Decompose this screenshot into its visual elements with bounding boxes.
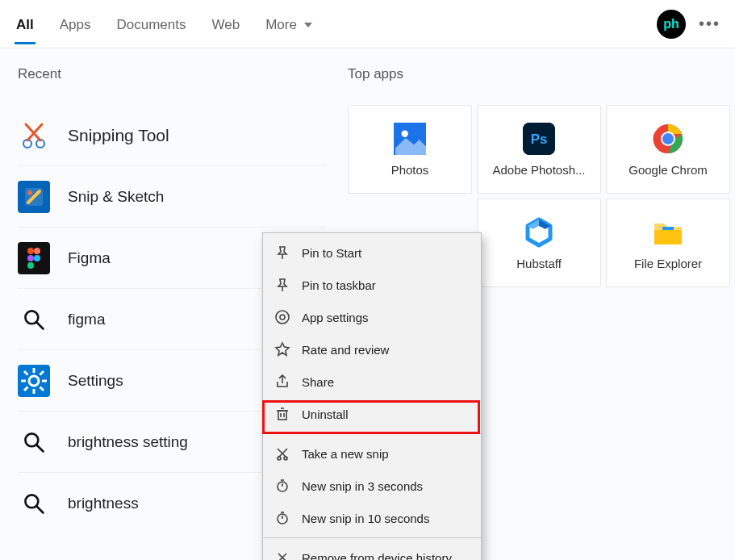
svg-point-5: [27, 190, 32, 195]
ctx-snip-10s[interactable]: New snip in 10 seconds: [263, 502, 481, 534]
app-tile-photos[interactable]: Photos: [348, 105, 472, 194]
svg-point-9: [34, 255, 40, 261]
ctx-item-label: App settings: [302, 311, 369, 324]
svg-point-37: [280, 315, 285, 320]
svg-point-27: [401, 130, 407, 136]
ctx-separator: [263, 433, 481, 434]
app-tile-file-explorer[interactable]: File Explorer: [606, 199, 730, 287]
app-tile-label: Google Chrom: [629, 163, 708, 177]
ctx-item-label: Pin to Start: [302, 246, 361, 260]
recent-item-label: brightness: [68, 495, 139, 512]
top-apps-heading: Top apps: [348, 66, 735, 82]
recent-item-label: brightness setting: [68, 433, 188, 451]
svg-point-44: [278, 457, 281, 460]
tab-more-label: More: [265, 17, 297, 32]
settings-icon: [18, 365, 50, 397]
ctx-item-label: New snip in 3 seconds: [302, 479, 423, 493]
svg-point-6: [27, 248, 34, 254]
ctx-item-label: Remove from device history: [302, 551, 452, 561]
recent-item-label: Snipping Tool: [68, 126, 169, 145]
ctx-rate-review[interactable]: Rate and review: [263, 333, 481, 366]
x-icon: [274, 550, 290, 560]
svg-point-7: [34, 248, 40, 254]
svg-point-38: [276, 311, 289, 324]
share-icon: [274, 374, 290, 390]
ctx-item-label: Take a new snip: [302, 447, 389, 461]
app-tile-hubstaff[interactable]: Hubstaff: [477, 199, 601, 287]
recent-item-label: Snip & Sketch: [68, 188, 164, 206]
ctx-item-label: Share: [302, 375, 334, 389]
user-avatar[interactable]: ph: [657, 10, 686, 39]
tab-documents[interactable]: Documents: [115, 4, 187, 44]
file-explorer-icon: [652, 216, 684, 249]
svg-point-8: [27, 255, 34, 261]
tab-more[interactable]: More: [264, 4, 313, 44]
svg-point-32: [662, 133, 674, 144]
gear-icon: [274, 309, 290, 325]
search-icon: [18, 487, 50, 520]
svg-rect-39: [278, 411, 286, 420]
recent-item-label: Figma: [68, 249, 111, 267]
ctx-item-label: Pin to taskbar: [302, 278, 376, 292]
ctx-pin-to-taskbar[interactable]: Pin to taskbar: [263, 269, 481, 301]
recent-item-snipping-tool[interactable]: Snipping Tool: [18, 105, 327, 166]
ctx-take-new-snip[interactable]: Take a new snip: [263, 437, 481, 470]
svg-line-18: [24, 371, 28, 375]
app-tile-photoshop[interactable]: Ps Adobe Photosh...: [477, 105, 601, 194]
search-icon: [18, 303, 50, 336]
search-body: Recent Snipping Tool Snip & Sketch Figma: [0, 48, 735, 560]
recent-item-snip-sketch[interactable]: Snip & Sketch: [18, 166, 327, 228]
search-icon: [18, 426, 50, 458]
app-tile-chrome[interactable]: Google Chrom: [606, 105, 730, 194]
photos-icon: [394, 123, 426, 155]
svg-rect-34: [662, 227, 674, 230]
header-bar: All Apps Documents Web More ph •••: [0, 0, 735, 48]
ctx-item-label: Uninstall: [302, 407, 349, 421]
svg-point-10: [27, 262, 34, 269]
chrome-icon: [652, 123, 684, 155]
context-menu: Pin to Start Pin to taskbar App settings…: [262, 232, 482, 560]
chevron-down-icon: [304, 23, 312, 27]
app-tile-label: Hubstaff: [516, 257, 562, 270]
svg-line-20: [40, 371, 44, 375]
snipping-tool-icon: [18, 119, 50, 152]
app-tile-label: Adobe Photosh...: [492, 163, 585, 177]
ctx-share[interactable]: Share: [263, 366, 481, 398]
svg-line-12: [37, 322, 44, 328]
tab-web[interactable]: Web: [210, 4, 241, 44]
recent-heading: Recent: [18, 66, 327, 82]
ctx-remove-history[interactable]: Remove from device history: [263, 541, 481, 560]
star-icon: [274, 341, 290, 357]
ctx-item-label: Rate and review: [302, 343, 389, 357]
hubstaff-icon: [523, 216, 555, 249]
svg-point-45: [284, 457, 287, 460]
tab-apps[interactable]: Apps: [58, 4, 93, 44]
more-options-button[interactable]: •••: [699, 15, 720, 33]
svg-rect-33: [654, 230, 682, 244]
pin-icon: [274, 244, 290, 261]
snip-sketch-icon: [18, 181, 50, 213]
svg-point-13: [29, 376, 39, 386]
ctx-app-settings[interactable]: App settings: [263, 301, 481, 333]
header-tabs: All Apps Documents Web More: [15, 4, 657, 44]
photoshop-icon: Ps: [523, 123, 555, 155]
timer-icon: [274, 478, 290, 494]
recent-item-label: Settings: [68, 372, 123, 390]
timer-icon: [274, 510, 290, 526]
recent-item-label: figma: [68, 311, 105, 328]
svg-line-23: [37, 445, 44, 451]
ctx-separator: [263, 537, 481, 538]
svg-line-19: [40, 387, 44, 391]
svg-line-21: [24, 387, 28, 391]
app-tile-label: Photos: [391, 163, 429, 177]
svg-text:Ps: Ps: [531, 132, 548, 147]
ctx-snip-3s[interactable]: New snip in 3 seconds: [263, 470, 481, 502]
tab-all[interactable]: All: [15, 4, 35, 44]
ctx-uninstall[interactable]: Uninstall: [263, 398, 481, 430]
pin-icon: [274, 277, 290, 293]
trash-icon: [274, 406, 290, 422]
figma-icon: [18, 242, 50, 274]
ctx-item-label: New snip in 10 seconds: [302, 512, 429, 525]
svg-line-25: [37, 507, 44, 513]
ctx-pin-to-start[interactable]: Pin to Start: [263, 236, 481, 269]
